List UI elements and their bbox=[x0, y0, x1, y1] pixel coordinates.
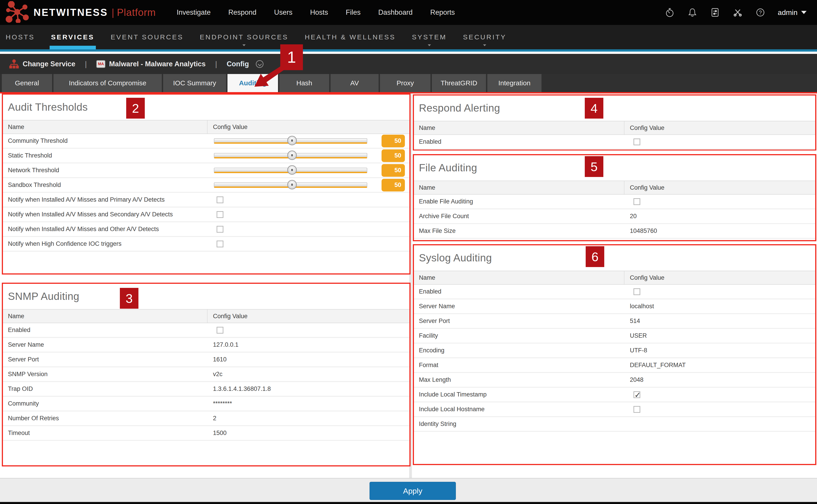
enable-file-auditing-checkbox[interactable] bbox=[634, 198, 640, 205]
nav-hosts[interactable]: HOSTS bbox=[6, 25, 35, 49]
tab-threatgrid[interactable]: ThreatGRID bbox=[432, 74, 486, 92]
brand-divider: | bbox=[111, 7, 114, 18]
menu-files[interactable]: Files bbox=[346, 8, 361, 17]
name-column-header: Name bbox=[3, 120, 208, 134]
include-local-hostname-checkbox[interactable] bbox=[634, 406, 640, 413]
notifications-bell-icon[interactable] bbox=[687, 7, 698, 18]
menu-reports[interactable]: Reports bbox=[430, 8, 455, 17]
syslog-server-name-value[interactable]: localhost bbox=[625, 303, 815, 310]
snmp-server-port-value[interactable]: 1610 bbox=[208, 356, 409, 363]
sandbox-threshold-slider[interactable] bbox=[214, 182, 367, 188]
syslog-facility-value[interactable]: USER bbox=[625, 332, 815, 339]
nav-security[interactable]: SECURITY bbox=[463, 25, 506, 49]
breadcrumb: Change Service | MA MalwareI - Malware A… bbox=[0, 54, 817, 74]
service-name: MalwareI - Malware Analytics bbox=[109, 60, 206, 68]
snmp-enabled-checkbox[interactable] bbox=[217, 327, 224, 334]
slider-thumb[interactable] bbox=[287, 165, 297, 175]
syslog-format-value[interactable]: DEFAULT_FORMAT bbox=[625, 362, 815, 369]
row-value bbox=[625, 391, 815, 398]
table-row: Sandbox Threshold 50 bbox=[3, 178, 409, 193]
table-header: Name Config Value bbox=[414, 121, 815, 135]
syslog-max-length-value[interactable]: 2048 bbox=[625, 376, 815, 383]
user-menu[interactable]: admin bbox=[778, 8, 807, 17]
table-row: Notify when Installed A/V Misses and Sec… bbox=[3, 208, 409, 222]
row-label: Server Name bbox=[414, 303, 625, 310]
syslog-encoding-value[interactable]: UTF-8 bbox=[625, 347, 815, 354]
row-value: 50 bbox=[208, 149, 409, 162]
max-file-size-value[interactable]: 10485760 bbox=[625, 227, 815, 234]
row-value bbox=[208, 211, 409, 218]
snmp-timeout-value[interactable]: 1500 bbox=[208, 430, 409, 437]
respond-enabled-checkbox[interactable] bbox=[634, 139, 640, 145]
name-column-header: Name bbox=[3, 310, 208, 323]
snmp-server-name-value[interactable]: 127.0.0.1 bbox=[208, 341, 409, 348]
tab-ioc-summary[interactable]: IOC Summary bbox=[163, 74, 226, 92]
row-value: 50 bbox=[208, 135, 409, 147]
nav-health-wellness[interactable]: HEALTH & WELLNESS bbox=[305, 25, 396, 49]
view-label: Config bbox=[227, 60, 249, 68]
archive-file-count-value[interactable]: 20 bbox=[625, 213, 815, 220]
snmp-community-value[interactable]: ******** bbox=[208, 400, 409, 407]
notify-primary-av-checkbox[interactable] bbox=[217, 196, 224, 203]
menu-users[interactable]: Users bbox=[274, 8, 293, 17]
row-label: Archive File Count bbox=[414, 213, 625, 220]
menu-dashboard[interactable]: Dashboard bbox=[378, 8, 413, 17]
value-column-header: Config Value bbox=[208, 124, 409, 131]
row-value bbox=[625, 198, 815, 205]
syslog-enabled-checkbox[interactable] bbox=[634, 288, 640, 295]
slider-thumb[interactable] bbox=[287, 180, 297, 189]
tab-integration[interactable]: Integration bbox=[487, 74, 541, 92]
jobs-panel-icon[interactable] bbox=[710, 7, 720, 18]
notify-high-confidence-ioc-checkbox[interactable] bbox=[217, 241, 224, 247]
notify-other-av-checkbox[interactable] bbox=[217, 226, 224, 233]
help-icon[interactable]: ? bbox=[755, 7, 766, 18]
value-column-header: Config Value bbox=[625, 274, 815, 281]
user-name: admin bbox=[778, 8, 798, 17]
table-row: Community Threshold 50 bbox=[3, 134, 409, 149]
snmp-retries-value[interactable]: 2 bbox=[208, 415, 409, 422]
tab-av[interactable]: AV bbox=[331, 74, 379, 92]
menu-investigate[interactable]: Investigate bbox=[177, 8, 211, 17]
change-service-link[interactable]: Change Service bbox=[9, 59, 75, 69]
service-breadcrumb[interactable]: MA MalwareI - Malware Analytics bbox=[96, 60, 206, 68]
row-label: Notify when Installed A/V Misses and Oth… bbox=[3, 226, 208, 233]
tab-proxy[interactable]: Proxy bbox=[380, 74, 430, 92]
row-label: Max Length bbox=[414, 376, 625, 383]
file-auditing-panel: File Auditing Name Config Value Enable F… bbox=[413, 154, 816, 241]
include-local-timestamp-checkbox[interactable] bbox=[634, 391, 640, 398]
apply-button[interactable]: Apply bbox=[370, 482, 456, 500]
tab-indicators-of-compromise[interactable]: Indicators of Compromise bbox=[53, 74, 162, 92]
nav-services[interactable]: SERVICES bbox=[51, 25, 94, 49]
tab-general[interactable]: General bbox=[2, 74, 52, 92]
nav-label: SYSTEM bbox=[412, 33, 447, 41]
tools-icon[interactable] bbox=[733, 7, 743, 18]
network-threshold-slider[interactable] bbox=[214, 168, 367, 173]
menu-respond[interactable]: Respond bbox=[229, 8, 257, 17]
row-label: Enabled bbox=[414, 138, 625, 145]
netwitness-config-screen: NETWITNESS | Platform Investigate Respon… bbox=[0, 0, 817, 504]
nav-endpoint-sources[interactable]: ENDPOINT SOURCES bbox=[200, 25, 289, 49]
slider-thumb[interactable] bbox=[287, 150, 297, 160]
syslog-server-port-value[interactable]: 514 bbox=[625, 318, 815, 325]
row-label: Format bbox=[414, 362, 625, 369]
snmp-trap-oid-value[interactable]: 1.3.6.1.4.1.36807.1.8 bbox=[208, 385, 409, 392]
table-row: Timeout 1500 bbox=[3, 426, 409, 441]
nav-event-sources[interactable]: EVENT SOURCES bbox=[111, 25, 183, 49]
footer-bar: Apply bbox=[0, 478, 817, 502]
notify-secondary-av-checkbox[interactable] bbox=[217, 211, 224, 218]
malware-service-icon: MA bbox=[96, 60, 105, 68]
top-icons: ? admin bbox=[665, 7, 807, 18]
table-header: Name Config Value bbox=[414, 271, 815, 285]
community-threshold-slider[interactable] bbox=[214, 138, 367, 144]
timer-icon[interactable] bbox=[665, 7, 675, 18]
callout-2-badge: 2 bbox=[126, 98, 145, 119]
nav-system[interactable]: SYSTEM bbox=[412, 25, 447, 49]
static-threshold-slider[interactable] bbox=[214, 153, 367, 158]
slider-thumb[interactable] bbox=[287, 136, 297, 145]
menu-hosts[interactable]: Hosts bbox=[310, 8, 328, 17]
snmp-version-value[interactable]: v2c bbox=[208, 371, 409, 378]
table-row: Include Local Hostname bbox=[414, 402, 815, 417]
table-row: SNMP Version v2c bbox=[3, 367, 409, 382]
row-label: Facility bbox=[414, 332, 625, 339]
row-label: Community Threshold bbox=[3, 137, 208, 144]
